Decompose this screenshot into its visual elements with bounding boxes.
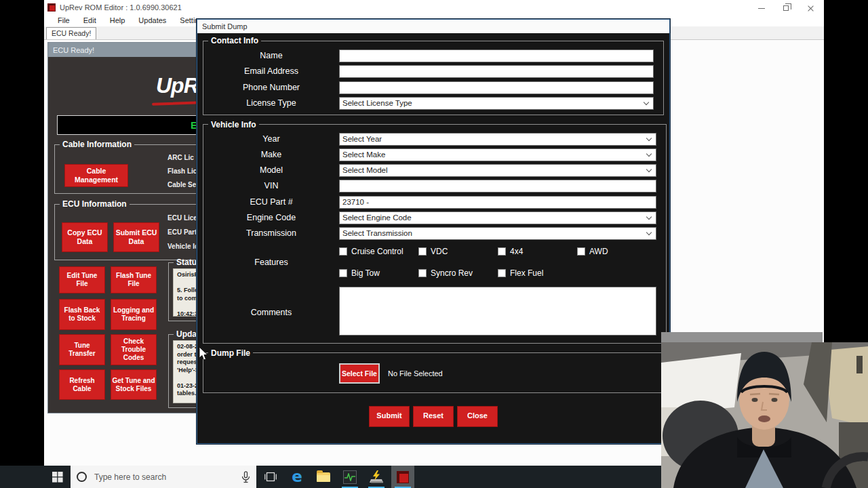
checkbox-icon[interactable]: [498, 247, 506, 256]
phone-input[interactable]: [339, 81, 654, 94]
transmission-value: Select Transmission: [342, 229, 412, 237]
microphone-icon: [241, 471, 250, 483]
cable-management-button[interactable]: Cable Management: [64, 164, 128, 187]
feature-flex-fuel[interactable]: Flex Fuel: [498, 268, 577, 278]
model-select[interactable]: Select Model: [339, 164, 656, 177]
checkbox-icon[interactable]: [498, 269, 506, 277]
features-row: Features Cruise Control VDC 4x4 AWD Big …: [203, 247, 656, 278]
vin-input[interactable]: [339, 180, 656, 192]
file-explorer-button[interactable]: [312, 466, 335, 488]
start-button[interactable]: [46, 466, 69, 488]
feature-4x4[interactable]: 4x4: [498, 247, 577, 256]
make-value: Select Make: [342, 150, 385, 159]
file-explorer-icon: [317, 472, 330, 482]
task-view-button[interactable]: [259, 466, 282, 488]
license-type-label: License Type: [203, 98, 339, 108]
year-select[interactable]: Select Year: [339, 133, 656, 146]
close-button[interactable]: [798, 0, 823, 16]
email-input[interactable]: [339, 65, 654, 78]
minimize-icon: [758, 8, 765, 9]
chevron-down-icon: [646, 135, 652, 140]
edit-tune-file-button[interactable]: Edit Tune File: [59, 266, 105, 293]
transmission-select[interactable]: Select Transmission: [339, 227, 656, 240]
submit-button[interactable]: Submit: [369, 406, 410, 427]
ecu-ready-title: ECU Ready!: [53, 46, 94, 54]
ecu-part-input[interactable]: [339, 196, 656, 209]
edge-icon: [292, 469, 302, 485]
feature-cruise-control[interactable]: Cruise Control: [339, 247, 418, 256]
tune-transfer-button[interactable]: Tune Transfer: [59, 334, 105, 365]
comments-label: Comments: [203, 308, 339, 317]
logger-app-icon: [343, 470, 357, 484]
year-label: Year: [203, 134, 339, 144]
flash-back-to-stock-button[interactable]: Flash Back to Stock: [59, 299, 105, 330]
start-icon: [52, 472, 63, 483]
vehicle-info-group: Vehicle Info Year Select Year Make Selec…: [203, 120, 667, 344]
license-type-select[interactable]: Select License Type: [339, 97, 654, 110]
select-file-button[interactable]: Select File: [339, 363, 380, 384]
submit-dump-dialog: Submit Dump Contact Info Name Email Addr…: [197, 19, 670, 444]
logging-and-tracing-button[interactable]: Logging and Tracing: [111, 299, 157, 330]
name-input[interactable]: [339, 49, 654, 62]
make-label: Make: [203, 150, 339, 159]
close-dialog-button[interactable]: Close: [457, 406, 498, 427]
feature-big-tow[interactable]: Big Tow: [339, 268, 418, 278]
menu-file[interactable]: File: [51, 16, 77, 24]
refresh-cable-button[interactable]: Refresh Cable: [59, 369, 105, 400]
mouse-cursor: [199, 346, 209, 361]
model-label: Model: [203, 165, 339, 175]
cable-info-labels: ARC Lic Flash Lic Cable Seri: [167, 151, 201, 192]
transmission-label: Transmission: [203, 228, 339, 238]
task-view-icon: [264, 472, 277, 482]
get-tune-and-stock-files-button[interactable]: Get Tune and Stock Files: [111, 369, 157, 400]
uprev-app-icon: [47, 3, 56, 12]
vehicle-info-label: Vehicle Info: [208, 120, 259, 129]
chevron-down-icon: [646, 166, 652, 171]
cable-information-label: Cable Information: [60, 140, 134, 149]
phone-label: Phone Number: [203, 83, 339, 92]
chevron-down-icon: [646, 214, 652, 219]
checkbox-icon[interactable]: [339, 269, 347, 277]
menu-help[interactable]: Help: [103, 16, 132, 24]
check-trouble-codes-button[interactable]: Check Trouble Codes: [111, 334, 157, 365]
minimize-button[interactable]: [749, 0, 774, 16]
tab-ecu-ready[interactable]: ECU Ready!: [46, 27, 96, 39]
restore-icon: [783, 5, 789, 11]
reset-button[interactable]: Reset: [413, 406, 454, 427]
dump-file-status: No File Selected: [388, 369, 443, 378]
feature-awd[interactable]: AWD: [577, 247, 656, 256]
copy-ecu-data-button[interactable]: Copy ECU Data: [62, 222, 108, 252]
dump-file-group: Dump File Select File No File Selected: [203, 348, 664, 393]
checkbox-icon[interactable]: [339, 247, 347, 256]
menu-edit[interactable]: Edit: [77, 16, 103, 24]
year-value: Select Year: [342, 135, 382, 143]
dump-file-label: Dump File: [208, 348, 253, 358]
feature-vdc[interactable]: VDC: [418, 247, 498, 256]
make-select[interactable]: Select Make: [339, 148, 656, 161]
flash-tool-button[interactable]: [365, 466, 388, 488]
engine-code-label: Engine Code: [203, 213, 339, 222]
checkbox-icon[interactable]: [418, 269, 427, 277]
edge-button[interactable]: [285, 466, 309, 488]
ecu-part-label: ECU Part #: [203, 197, 339, 207]
close-icon: [807, 5, 814, 12]
comments-textarea[interactable]: [339, 287, 656, 336]
restore-button[interactable]: [774, 0, 798, 16]
menu-updates[interactable]: Updates: [132, 16, 173, 24]
features-label: Features: [203, 258, 339, 267]
engine-code-select[interactable]: Select Engine Code: [339, 211, 656, 224]
logger-app-button[interactable]: [338, 466, 361, 488]
uprev-app-icon: [397, 471, 409, 483]
submit-ecu-data-button[interactable]: Submit ECU Data: [113, 222, 159, 252]
uprev-taskbar-button[interactable]: [391, 466, 414, 488]
checkbox-icon[interactable]: [577, 247, 585, 256]
feature-syncro-rev[interactable]: Syncro Rev: [418, 268, 498, 278]
dialog-title: Submit Dump: [202, 22, 248, 30]
dialog-actions: Submit Reset Close: [201, 406, 665, 427]
comments-row: Comments: [203, 287, 656, 338]
dialog-titlebar: Submit Dump: [197, 20, 669, 33]
flash-tune-file-button[interactable]: Flash Tune File: [111, 266, 157, 293]
checkbox-icon[interactable]: [418, 247, 427, 256]
cortana-search-icon: [77, 472, 87, 482]
search-box[interactable]: Type here to search: [71, 466, 256, 488]
